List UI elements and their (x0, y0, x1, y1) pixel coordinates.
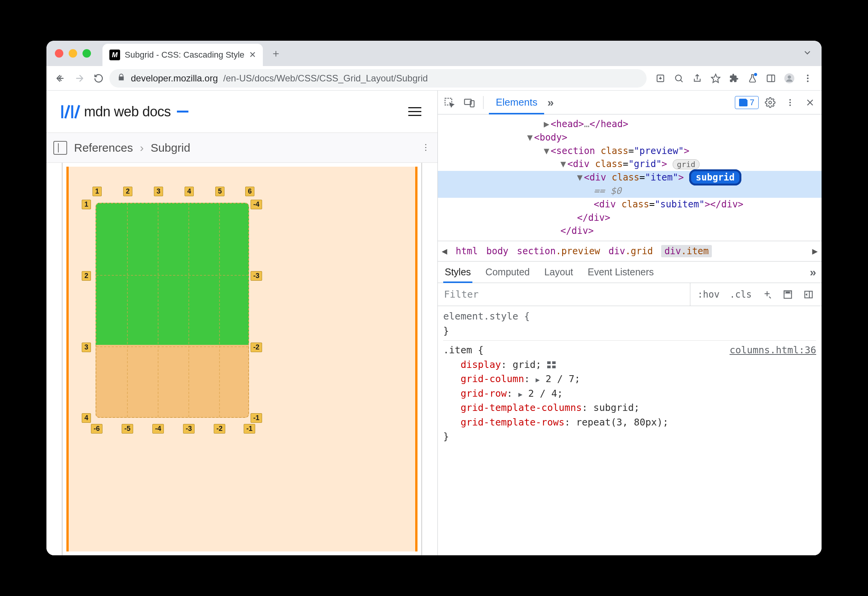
reload-button[interactable] (90, 70, 107, 87)
settings-icon[interactable] (762, 94, 779, 111)
chevron-right-icon: › (140, 141, 144, 154)
maximize-window-button[interactable] (83, 49, 91, 58)
subgrid-badge[interactable]: subgrid (689, 169, 741, 185)
svg-point-9 (807, 74, 809, 76)
dom-tree[interactable]: ▶<head>…</head> ▼<body> ▼<section class=… (438, 114, 822, 241)
styles-tab[interactable]: Styles (443, 262, 472, 282)
breadcrumb-root[interactable]: References (74, 141, 133, 154)
url-host: developer.mozilla.org (131, 73, 218, 84)
mdn-logo[interactable]: mdn web docs (60, 104, 188, 120)
svg-point-11 (807, 80, 809, 82)
install-icon[interactable] (652, 70, 669, 87)
bookmark-icon[interactable] (707, 70, 724, 87)
titlebar: M Subgrid - CSS: Cascading Style ✕ ＋ (46, 41, 822, 66)
grid-line-label: 6 (245, 187, 254, 196)
grid-line-label: -4 (152, 424, 164, 434)
dom-node-subitem[interactable]: <div class="subitem"></div> (438, 198, 822, 211)
devtools-menu-icon[interactable] (782, 94, 799, 111)
rule-source-link[interactable]: columns.html:36 (729, 343, 816, 358)
path-html[interactable]: html (455, 246, 478, 257)
styles-filter-bar: Filter :hov .cls (438, 283, 822, 306)
menu-button[interactable] (406, 105, 424, 118)
styles-tabbar: Styles Computed Layout Event Listeners » (438, 262, 822, 283)
styles-more-icon[interactable]: » (810, 266, 816, 279)
more-tabs-icon[interactable]: » (547, 96, 554, 109)
grid-line-label: -4 (251, 200, 262, 209)
svg-line-13 (65, 105, 69, 118)
side-panel-icon[interactable] (762, 70, 779, 87)
tab-title: Subgrid - CSS: Cascading Style (125, 50, 244, 60)
address-bar[interactable]: developer.mozilla.org/en-US/docs/Web/CSS… (109, 69, 647, 88)
grid-editor-icon[interactable] (547, 361, 556, 368)
mdn-brand-text: mdn web docs (84, 104, 171, 120)
close-window-button[interactable] (55, 49, 63, 58)
new-tab-button[interactable]: ＋ (267, 45, 284, 62)
page-header: mdn web docs (46, 91, 437, 133)
minimize-window-button[interactable] (69, 49, 77, 58)
dom-node-eq0: == $0 (438, 184, 822, 198)
sidebar-toggle-icon[interactable] (53, 141, 67, 155)
back-button[interactable] (52, 70, 69, 87)
styles-filter-input[interactable]: Filter (438, 283, 690, 306)
path-scroll-right[interactable]: ▶ (812, 246, 818, 257)
inspect-element-icon[interactable] (441, 94, 458, 111)
svg-line-3 (680, 80, 682, 82)
grid-line-label: 4 (82, 413, 91, 423)
grid-demo: 1 2 3 4 5 6 1 2 3 4 -4 (66, 167, 417, 551)
svg-marker-4 (711, 74, 720, 83)
dom-node-grid[interactable]: ▼<div class="grid"> grid (438, 157, 822, 171)
path-div-item[interactable]: div.item (661, 245, 712, 257)
grid-line-label: 4 (185, 187, 194, 196)
issues-count: 7 (750, 98, 754, 108)
devtools-close-icon[interactable] (802, 94, 818, 111)
mdn-favicon: M (109, 50, 120, 60)
dom-node-item-selected[interactable]: ▼<div class="item"> subgrid (438, 171, 822, 184)
new-style-rule-icon[interactable] (759, 286, 776, 303)
event-listeners-tab[interactable]: Event Listeners (586, 262, 655, 282)
breadcrumb: References › Subgrid ⋯ (46, 133, 437, 163)
mdn-underscore (177, 111, 188, 113)
article-actions-icon[interactable]: ⋯ (421, 143, 431, 152)
extensions-icon[interactable] (726, 70, 743, 87)
grid-badge[interactable]: grid (673, 159, 700, 169)
svg-line-27 (769, 296, 771, 298)
forward-button[interactable] (71, 70, 88, 87)
elements-tab[interactable]: Elements (489, 91, 544, 114)
grid-line-label: -1 (251, 413, 262, 423)
grid-line-label: 3 (82, 343, 91, 352)
zoom-icon[interactable] (670, 70, 687, 87)
svg-rect-30 (786, 292, 790, 293)
hov-toggle[interactable]: :hov (694, 289, 723, 300)
share-icon[interactable] (689, 70, 706, 87)
browser-window: M Subgrid - CSS: Cascading Style ✕ ＋ dev… (46, 41, 822, 555)
dom-node-close1[interactable]: </div> (438, 211, 822, 225)
path-div-grid[interactable]: div.grid (609, 246, 653, 257)
chrome-menu-icon[interactable] (799, 70, 816, 87)
dom-node-close2[interactable]: </div> (438, 224, 822, 238)
device-toolbar-icon[interactable] (461, 94, 478, 111)
styles-sidebar-toggle-icon[interactable] (800, 286, 817, 303)
dom-node-body[interactable]: ▼<body> (438, 131, 822, 144)
issues-badge[interactable]: 7 (735, 96, 759, 109)
path-scroll-left[interactable]: ◀ (442, 246, 447, 257)
grid-line-label: -5 (122, 424, 133, 434)
cls-toggle[interactable]: .cls (726, 289, 755, 300)
computed-tab[interactable]: Computed (484, 262, 531, 282)
computed-styles-toggle-icon[interactable] (779, 286, 796, 303)
grid-overlay-lines (96, 203, 249, 418)
layout-tab[interactable]: Layout (543, 262, 574, 282)
browser-tab[interactable]: M Subgrid - CSS: Cascading Style ✕ (102, 44, 263, 66)
dom-node-section[interactable]: ▼<section class="preview"> (438, 144, 822, 158)
labs-icon[interactable] (744, 70, 761, 87)
styles-rules[interactable]: element.style { } .item {columns.html:36… (438, 306, 822, 447)
profile-icon[interactable] (781, 70, 798, 87)
window-controls (55, 49, 91, 58)
svg-line-15 (75, 105, 79, 118)
path-section[interactable]: section.preview (517, 246, 600, 257)
svg-rect-5 (767, 75, 775, 81)
tab-close-icon[interactable]: ✕ (249, 50, 256, 60)
path-body[interactable]: body (486, 246, 508, 257)
tabs-dropdown-icon[interactable] (802, 48, 812, 59)
page-content: mdn web docs References › Subgrid ⋯ (46, 91, 438, 555)
dom-node-head[interactable]: ▶<head>…</head> (438, 118, 822, 131)
